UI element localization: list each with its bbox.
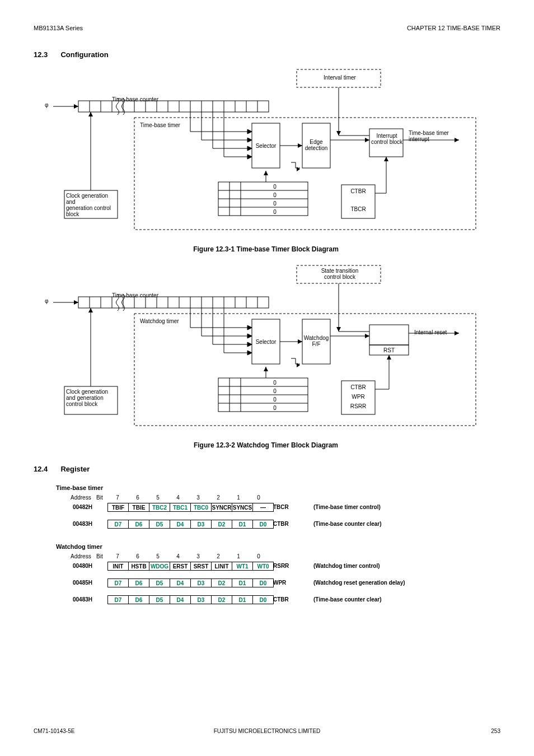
- bit-cell: D1: [232, 595, 253, 604]
- bit-cell: WT1: [232, 562, 253, 571]
- selval-1-2: 0: [242, 200, 308, 207]
- name-ctbr-t: CTBR: [273, 521, 289, 527]
- bit-number: 3: [188, 494, 208, 501]
- bit-cell: D5: [149, 595, 170, 604]
- footer-page: 253: [491, 728, 500, 734]
- sec2-title: Register: [60, 465, 90, 473]
- svg-marker-40: [297, 167, 300, 171]
- tbc-label-2: Time-base counter: [112, 292, 158, 298]
- bit-cell: D3: [191, 520, 212, 529]
- regs-group1-title: Time-base timer: [56, 484, 103, 491]
- svg-marker-64: [74, 300, 78, 305]
- bit-cell: D6: [129, 595, 149, 604]
- svg-marker-30: [247, 138, 252, 142]
- selval-2-1: 0: [242, 388, 308, 394]
- bit-cell: TBIF: [107, 503, 129, 512]
- bit-cell: —: [253, 503, 274, 512]
- bit-cell: INIT: [107, 562, 129, 571]
- section-number: 12.3 Configuration: [34, 50, 109, 59]
- clk-start-label-2: Clock generation and generation control …: [66, 389, 118, 407]
- desc-ctbr-t: (Time-base counter clear): [313, 521, 382, 527]
- sec-title: Configuration: [60, 50, 108, 59]
- addr-ctbr-w: 00483H: [73, 596, 92, 603]
- bit-cell: D5: [149, 578, 170, 587]
- svg-rect-65: [78, 297, 269, 308]
- bitrow-rsrr: INITHSTBWDOGERSTSRSTLINITWT1WT0: [107, 562, 274, 571]
- bit-cell: SYNCR: [212, 503, 232, 512]
- selval-1-0: 0: [242, 184, 308, 190]
- svg-marker-105: [336, 327, 341, 332]
- svg-marker-60: [264, 171, 268, 175]
- bit-cell: WT0: [253, 562, 274, 571]
- bit-cell: D4: [170, 595, 191, 604]
- svg-marker-33: [247, 146, 252, 151]
- bit-cell: D7: [107, 520, 129, 529]
- svg-marker-88: [247, 325, 252, 330]
- bit-cell: D6: [129, 578, 149, 587]
- tbcr-label-1: TBCR: [343, 206, 374, 212]
- model-label: MB91313A Series: [34, 25, 83, 31]
- bit-cell: TBC1: [170, 503, 191, 512]
- bit-cell: SYNCS: [232, 503, 253, 512]
- selval-2-0: 0: [242, 380, 308, 386]
- bit-number: 4: [168, 553, 188, 559]
- svg-marker-94: [247, 342, 252, 347]
- desc-ctbr-w: (Time-base counter clear): [313, 596, 382, 603]
- svg-marker-97: [247, 351, 252, 355]
- bit-cell: D1: [232, 578, 253, 587]
- intctrl-label-1: Interrupt control block: [371, 133, 403, 145]
- bit-cell: SRST: [191, 562, 212, 571]
- desc-wpr: (Watchdog reset generation delay): [313, 580, 405, 586]
- bit-number: 6: [128, 494, 148, 501]
- bit-cell: D3: [191, 578, 212, 587]
- bit-number: 3: [188, 553, 208, 559]
- sel-label-1: Selector: [253, 143, 279, 149]
- bit-cell: D3: [191, 595, 212, 604]
- bit-cell: TBIE: [129, 503, 149, 512]
- bit-numbers-row-1: 76543210: [107, 494, 269, 501]
- bit-number: 5: [148, 553, 168, 559]
- svg-marker-23: [88, 112, 93, 116]
- bit-number: 0: [249, 494, 269, 501]
- bit-cell: WDOG: [149, 562, 170, 571]
- bitrow-ctbr-w: D7D6D5D4D3D2D1D0: [107, 595, 274, 604]
- bit-cell: ERST: [170, 562, 191, 571]
- ctbr-label-2: CTBR: [343, 384, 374, 390]
- bit-cell: D2: [212, 520, 232, 529]
- svg-marker-52: [384, 157, 388, 161]
- addr-rsrr: 00480H: [73, 563, 92, 569]
- footer-brand: FUJITSU MICROELECTRONICS LIMITED: [0, 728, 534, 734]
- addr-wpr: 00485H: [73, 580, 92, 586]
- phi-symbol-1: φ: [45, 102, 48, 108]
- bit-cell: LINIT: [212, 562, 232, 571]
- selval-2-2: 0: [242, 396, 308, 403]
- out-label-1: Time-base timer interrupt: [409, 130, 449, 142]
- tbt-label-1: Time-base timer: [140, 122, 180, 128]
- svg-marker-36: [247, 155, 252, 159]
- sec2-num: 12.4: [34, 465, 48, 473]
- addr-tbcr: 00482H: [73, 504, 92, 510]
- bit-cell: TBC2: [149, 503, 170, 512]
- bit-cell: HSTB: [129, 562, 149, 571]
- bit-cell: D5: [149, 520, 170, 529]
- tbc-label-1: Time-base counter: [112, 96, 158, 102]
- bitrow-ctbr-t: D7D6D5D4D3D2D1D0: [107, 520, 274, 529]
- section-12-4: 12.4 Register: [34, 465, 90, 473]
- bit-cell: D1: [232, 520, 253, 529]
- bit-cell: D7: [107, 595, 129, 604]
- bit-cell: TBC0: [191, 503, 212, 512]
- svg-marker-44: [336, 131, 341, 136]
- svg-marker-84: [88, 308, 93, 312]
- bit-cell: D4: [170, 520, 191, 529]
- svg-marker-114: [387, 355, 391, 360]
- bitrow-wpr: D7D6D5D4D3D2D1D0: [107, 578, 274, 587]
- bit-number: 7: [107, 553, 128, 559]
- head-bit-2: Bit: [96, 553, 103, 559]
- head-addr-1: Address: [71, 494, 91, 501]
- bit-number: 1: [228, 494, 249, 501]
- selval-1-1: 0: [242, 192, 308, 198]
- head-bit-1: Bit: [96, 494, 103, 501]
- svg-marker-122: [264, 367, 268, 371]
- svg-marker-110: [455, 331, 459, 335]
- chapter-label: CHAPTER 12 TIME-BASE TIMER: [407, 25, 500, 31]
